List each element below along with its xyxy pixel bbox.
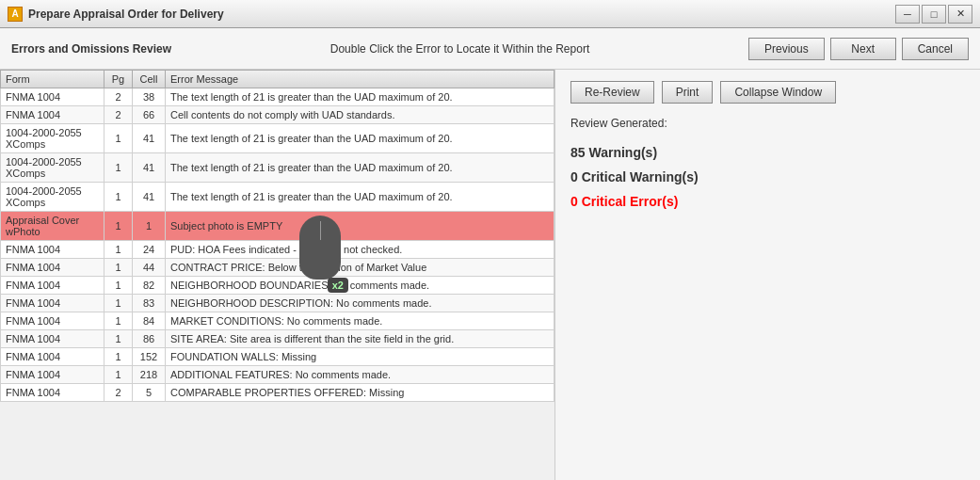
window-title: Prepare Appraisal Order for Delivery <box>28 8 895 21</box>
cell-message: The text length of 21 is greater than th… <box>166 124 554 153</box>
cancel-button[interactable]: Cancel <box>902 38 969 60</box>
cell-cell: 41 <box>133 153 166 183</box>
header-pg: Pg <box>104 71 133 88</box>
cell-pg: 1 <box>104 183 133 212</box>
title-bar: A Prepare Appraisal Order for Delivery ─… <box>0 0 980 28</box>
cell-pg: 1 <box>104 277 133 295</box>
maximize-button[interactable]: □ <box>922 5 946 24</box>
table-wrapper[interactable]: Form Pg Cell Error Message FNMA 1004238T… <box>0 70 554 480</box>
cell-message: Subject photo is EMPTY <box>166 212 554 241</box>
table-row[interactable]: FNMA 1004184MARKET CONDITIONS: No commen… <box>1 312 554 330</box>
next-button[interactable]: Next <box>830 38 896 60</box>
cell-form: FNMA 1004 <box>1 330 104 348</box>
right-panel: Re-Review Print Collapse Window Review G… <box>555 70 980 480</box>
cell-form: FNMA 1004 <box>1 295 104 312</box>
cell-message: Cell contents do not comply with UAD sta… <box>166 106 554 124</box>
panel-buttons: Re-Review Print Collapse Window <box>570 81 965 104</box>
table-row[interactable]: FNMA 100425COMPARABLE PROPERTIES OFFERED… <box>1 384 554 402</box>
table-row[interactable]: FNMA 1004182NEIGHBORHOOD BOUNDARIES: No … <box>1 277 554 295</box>
table-row[interactable]: FNMA 10041152FOUNDATION WALLS: Missing <box>1 348 554 366</box>
table-row[interactable]: FNMA 1004266Cell contents do not comply … <box>1 106 554 124</box>
cell-cell: 5 <box>133 384 166 402</box>
print-button[interactable]: Print <box>662 81 714 104</box>
minimize-button[interactable]: ─ <box>895 5 920 24</box>
cell-cell: 24 <box>133 241 166 259</box>
cell-pg: 2 <box>104 106 133 124</box>
previous-button[interactable]: Previous <box>748 38 825 60</box>
cell-pg: 2 <box>104 384 133 402</box>
close-button[interactable]: ✕ <box>948 5 972 24</box>
window-controls: ─ □ ✕ <box>895 5 972 24</box>
cell-pg: 1 <box>104 366 133 384</box>
cell-form: 1004-2000-2055XComps <box>1 183 104 212</box>
table-section: Form Pg Cell Error Message FNMA 1004238T… <box>0 70 555 480</box>
toolbar-buttons: Previous Next Cancel <box>748 38 969 60</box>
table-row[interactable]: Appraisal Cover wPhoto11Subject photo is… <box>1 212 554 241</box>
cell-message: The text length of 21 is greater than th… <box>166 88 554 106</box>
cell-form: FNMA 1004 <box>1 241 104 259</box>
table-row[interactable]: FNMA 1004186SITE AREA: Site area is diff… <box>1 330 554 348</box>
cell-form: 1004-2000-2055XComps <box>1 153 104 183</box>
cell-cell: 83 <box>133 295 166 312</box>
cell-message: MARKET CONDITIONS: No comments made. <box>166 312 554 330</box>
table-row[interactable]: 1004-2000-2055XComps141The text length o… <box>1 153 554 183</box>
header-cell: Cell <box>133 71 166 88</box>
table-row[interactable]: FNMA 1004144CONTRACT PRICE: Below the Op… <box>1 259 554 277</box>
critical-errors: 0 Critical Error(s) <box>570 194 965 209</box>
cell-form: Appraisal Cover wPhoto <box>1 212 104 241</box>
cell-cell: 84 <box>133 312 166 330</box>
cell-message: SITE AREA: Site area is different than t… <box>166 330 554 348</box>
cell-form: FNMA 1004 <box>1 312 104 330</box>
collapse-window-button[interactable]: Collapse Window <box>720 81 836 104</box>
table-row[interactable]: FNMA 1004183NEIGHBORHOOD DESCRIPTION: No… <box>1 295 554 312</box>
cell-pg: 1 <box>104 153 133 183</box>
table-row[interactable]: FNMA 10041218ADDITIONAL FEATURES: No com… <box>1 366 554 384</box>
cell-cell: 86 <box>133 330 166 348</box>
table-row[interactable]: 1004-2000-2055XComps141The text length o… <box>1 183 554 212</box>
cell-message: CONTRACT PRICE: Below the Opinion of Mar… <box>166 259 554 277</box>
cell-pg: 1 <box>104 348 133 366</box>
errors-omissions-label: Errors and Omissions Review <box>11 42 171 56</box>
cell-cell: 82 <box>133 277 166 295</box>
re-review-button[interactable]: Re-Review <box>570 81 654 104</box>
header-message: Error Message <box>166 71 554 88</box>
cell-pg: 1 <box>104 312 133 330</box>
cell-message: ADDITIONAL FEATURES: No comments made. <box>166 366 554 384</box>
cell-pg: 1 <box>104 259 133 277</box>
cell-form: FNMA 1004 <box>1 88 104 106</box>
errors-table: Form Pg Cell Error Message FNMA 1004238T… <box>0 70 554 402</box>
warnings-count: 85 Warning(s) <box>570 145 965 160</box>
review-generated-label: Review Generated: <box>570 117 965 130</box>
cell-cell: 66 <box>133 106 166 124</box>
cell-form: FNMA 1004 <box>1 277 104 295</box>
table-header-row: Form Pg Cell Error Message <box>1 71 554 88</box>
cell-message: The text length of 21 is greater than th… <box>166 153 554 183</box>
cell-form: FNMA 1004 <box>1 366 104 384</box>
cell-form: 1004-2000-2055XComps <box>1 124 104 153</box>
instruction-label: Double Click the Error to Locate it With… <box>179 42 741 56</box>
cell-cell: 1 <box>133 212 166 241</box>
table-row[interactable]: FNMA 1004124PUD: HOA Fees indicated - PU… <box>1 241 554 259</box>
cell-pg: 1 <box>104 330 133 348</box>
cell-message: PUD: HOA Fees indicated - PUD box not ch… <box>166 241 554 259</box>
app-icon: A <box>8 7 23 22</box>
table-row[interactable]: FNMA 1004238The text length of 21 is gre… <box>1 88 554 106</box>
cell-form: FNMA 1004 <box>1 259 104 277</box>
cell-form: FNMA 1004 <box>1 348 104 366</box>
table-row[interactable]: 1004-2000-2055XComps141The text length o… <box>1 124 554 153</box>
cell-cell: 41 <box>133 183 166 212</box>
critical-warnings: 0 Critical Warning(s) <box>570 169 965 184</box>
cell-cell: 152 <box>133 348 166 366</box>
cell-form: FNMA 1004 <box>1 384 104 402</box>
cell-message: NEIGHBORHOOD DESCRIPTION: No comments ma… <box>166 295 554 312</box>
cell-cell: 44 <box>133 259 166 277</box>
cell-pg: 1 <box>104 124 133 153</box>
cell-message: COMPARABLE PROPERTIES OFFERED: Missing <box>166 384 554 402</box>
cell-message: FOUNDATION WALLS: Missing <box>166 348 554 366</box>
cell-pg: 2 <box>104 88 133 106</box>
toolbar: Errors and Omissions Review Double Click… <box>0 28 980 70</box>
cell-message: The text length of 21 is greater than th… <box>166 183 554 212</box>
cell-cell: 218 <box>133 366 166 384</box>
cell-cell: 38 <box>133 88 166 106</box>
cell-pg: 1 <box>104 241 133 259</box>
